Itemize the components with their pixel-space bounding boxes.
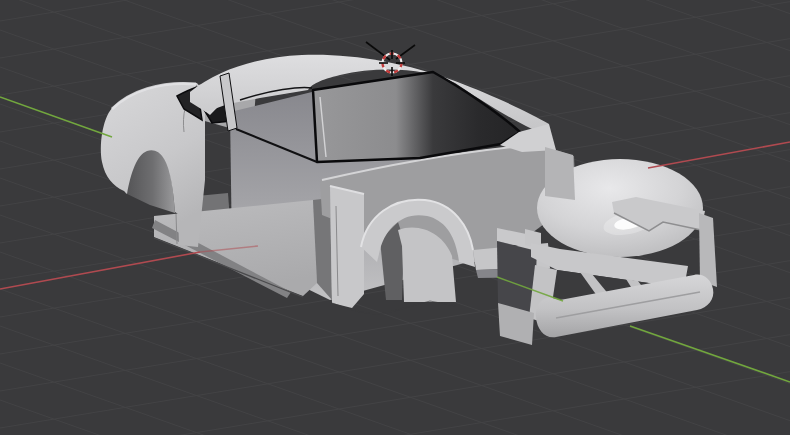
car-cowl-wall [545,147,575,200]
viewport-canvas[interactable] [0,0,790,435]
car-firewall-panel[interactable] [330,186,364,308]
3d-viewport[interactable] [0,0,790,435]
